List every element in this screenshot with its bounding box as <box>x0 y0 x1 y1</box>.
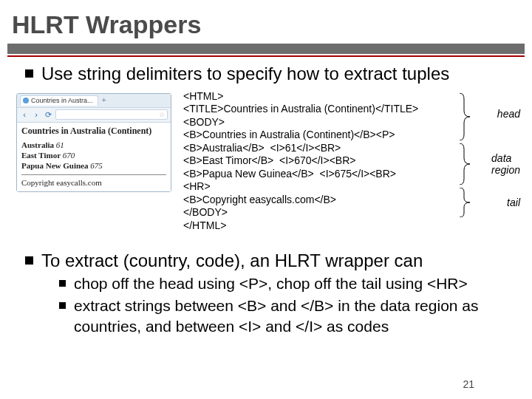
bookmark-star-icon: ☆ <box>159 111 165 118</box>
page-row: East Timor 670 <box>21 150 166 160</box>
nav-back-icon: ‹ <box>20 110 29 119</box>
src-line: </HTML> <box>183 219 434 233</box>
tab-title: Countries in Austra... <box>31 97 93 104</box>
src-line: <HTML> <box>183 90 434 103</box>
brace-tail <box>458 188 470 217</box>
browser-tabbar: Countries in Austra... + <box>17 94 171 108</box>
bullet-2: To extract (country, code), an HLRT wrap… <box>25 250 519 337</box>
brace-label-head: head <box>497 108 520 120</box>
page-hr <box>21 174 166 175</box>
browser-toolbar: ‹ › ⟳ ☆ <box>17 108 171 123</box>
reload-icon: ⟳ <box>44 110 52 119</box>
page-row: Australia 61 <box>21 140 166 150</box>
src-line: <BODY> <box>183 116 434 129</box>
bullet-2-sub-1: chop off the head using <P>, chop off th… <box>59 273 519 294</box>
brace-head <box>458 93 470 140</box>
tab-favicon <box>23 98 29 103</box>
src-line: <B>Copyright easycalls.com</B> <box>183 194 434 207</box>
slide-title: HLRT Wrappers <box>0 0 532 44</box>
slide-body: Use string delimiters to specify how to … <box>0 57 532 337</box>
brace-label-tail: tail <box>507 197 520 208</box>
src-line: </BODY> <box>183 206 434 219</box>
page-row: Papua New Guinea 675 <box>21 160 166 171</box>
src-line: <B>East Timor</B> <I>670</I><BR> <box>183 154 434 168</box>
html-source: <HTML> <TITLE>Countries in Australia (Co… <box>183 90 434 233</box>
figure: Countries in Austra... + ‹ › ⟳ ☆ Countri… <box>25 90 519 245</box>
bullet-1: Use string delimiters to specify how to … <box>25 63 519 86</box>
divider-grey <box>7 44 525 54</box>
browser-tab: Countries in Austra... <box>20 95 98 106</box>
nav-forward-icon: › <box>32 110 41 119</box>
url-bar: ☆ <box>55 109 168 120</box>
src-line: <B>Australia</B> <I>61</I><BR> <box>183 142 434 155</box>
title-divider <box>0 44 532 57</box>
tab-plus-icon: + <box>100 97 108 104</box>
slide: HLRT Wrappers Use string delimiters to s… <box>0 0 532 399</box>
page-number: 21 <box>463 378 474 390</box>
bullet-2-text: To extract (country, code), an HLRT wrap… <box>41 250 423 270</box>
src-line: <TITLE>Countries in Australia (Continent… <box>183 103 434 116</box>
src-line: <HR> <box>183 180 434 194</box>
brace-data <box>458 143 470 185</box>
src-line: <B>Countries in Australia (Continent)</B… <box>183 129 434 142</box>
page-copyright: Copyright easycalls.com <box>21 178 166 187</box>
browser-mock: Countries in Austra... + ‹ › ⟳ ☆ Countri… <box>16 93 171 192</box>
brace-label-data: data region <box>491 152 520 176</box>
bullet-2-sub-2: extract strings between <B> and </B> in … <box>59 296 519 336</box>
src-line: <B>Papua New Guinea</B> <I>675</I><BR> <box>183 168 434 181</box>
browser-page: Countries in Australia (Continent) Austr… <box>17 123 171 191</box>
page-heading: Countries in Australia (Continent) <box>21 126 166 137</box>
